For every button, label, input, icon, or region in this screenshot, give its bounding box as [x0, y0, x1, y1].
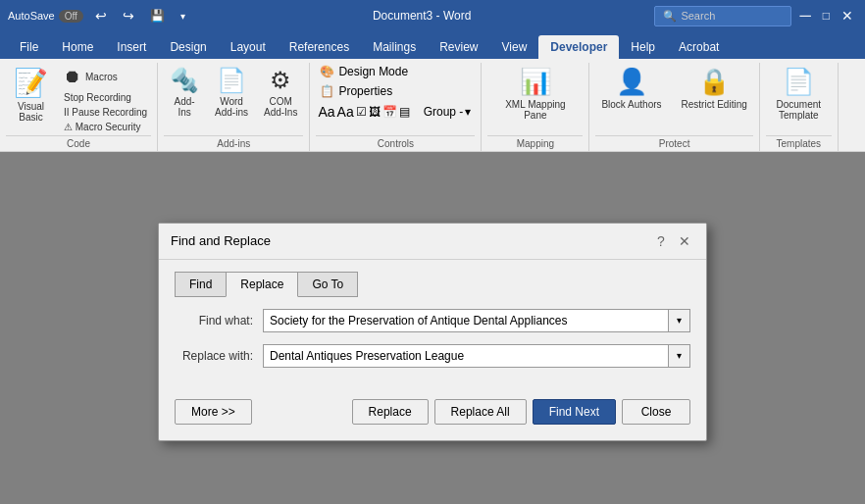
ribbon-group-code: 📝 VisualBasic ⏺ Macros Stop Recording II…: [0, 63, 158, 151]
find-next-button[interactable]: Find Next: [533, 399, 616, 425]
xml-mapping-label: XML MappingPane: [505, 99, 565, 121]
dialog-overlay: Find and Replace ? ✕ Find Replace Go To …: [0, 152, 865, 504]
ribbon-tab-bar: File Home Insert Design Layout Reference…: [0, 31, 865, 59]
replace-all-button[interactable]: Replace All: [434, 399, 527, 425]
word-add-ins-button[interactable]: 📄 WordAdd-ins: [209, 63, 254, 122]
controls-palette[interactable]: Aa Aa ☑ 🖼 📅 ▤: [316, 102, 411, 122]
more-button-wrap: More >>: [175, 399, 252, 425]
stop-recording-button[interactable]: Stop Recording: [60, 91, 151, 104]
document-template-button[interactable]: 📄 DocumentTemplate: [770, 63, 827, 125]
tab-mailings[interactable]: Mailings: [361, 35, 428, 59]
replace-with-row: Replace with: ▾: [175, 344, 690, 368]
action-buttons: Replace Replace All Find Next Close: [352, 399, 690, 425]
document-area: Find and Replace ? ✕ Find Replace Go To …: [0, 152, 865, 504]
title-bar-right: 🔍 ─ □ ✕: [654, 5, 857, 26]
replace-with-input-wrap: ▾: [263, 344, 690, 368]
control-icon-2: Aa: [337, 104, 354, 120]
dialog-title: Find and Replace: [171, 233, 271, 248]
block-authors-button[interactable]: 👤 Block Authors: [595, 63, 667, 114]
maximize-button[interactable]: □: [819, 7, 834, 25]
visual-basic-icon: 📝: [14, 67, 48, 99]
word-add-ins-label: WordAdd-ins: [215, 96, 248, 118]
dialog-close-button[interactable]: ✕: [675, 231, 694, 251]
control-icon-1: Aa: [318, 104, 334, 120]
design-mode-button[interactable]: 🎨 Design Mode: [316, 63, 412, 80]
search-box[interactable]: 🔍: [654, 6, 791, 26]
word-add-ins-icon: 📄: [217, 67, 246, 94]
save-button[interactable]: 💾: [146, 7, 169, 25]
dialog-title-buttons: ? ✕: [651, 231, 694, 251]
macro-security-button[interactable]: ⚠ Macro Security: [60, 121, 151, 133]
restrict-editing-icon: 🔒: [698, 67, 730, 97]
dialog-tab-find[interactable]: Find: [175, 272, 227, 297]
add-ins-button[interactable]: 🔩 Add-Ins: [164, 63, 205, 122]
ribbon-group-mapping: 📊 XML MappingPane Mapping: [482, 63, 589, 151]
xml-mapping-pane-button[interactable]: 📊 XML MappingPane: [499, 63, 571, 125]
find-what-label: Find what:: [175, 314, 263, 328]
xml-mapping-icon: 📊: [520, 67, 551, 97]
protect-group-label: Protect: [595, 135, 752, 149]
tab-insert[interactable]: Insert: [105, 35, 158, 59]
tab-help[interactable]: Help: [619, 35, 667, 59]
com-add-ins-icon: ⚙: [270, 67, 291, 94]
search-input[interactable]: [681, 10, 779, 22]
tab-references[interactable]: References: [278, 35, 361, 59]
dialog-tab-goto[interactable]: Go To: [297, 272, 358, 297]
add-ins-label: Add-Ins: [175, 96, 195, 118]
quick-access-button[interactable]: ▾: [177, 9, 189, 24]
dialog-body: Find Replace Go To Find what: ▾ Replace …: [159, 260, 706, 391]
undo-button[interactable]: ↩: [91, 6, 111, 25]
find-what-dropdown[interactable]: ▾: [669, 309, 690, 332]
autosave-toggle[interactable]: Off: [59, 10, 83, 23]
control-icon-6: ▤: [399, 105, 410, 119]
dialog-footer: More >> Replace Replace All Find Next Cl…: [159, 391, 706, 440]
com-add-ins-button[interactable]: ⚙ COMAdd-Ins: [258, 63, 303, 122]
redo-button[interactable]: ↪: [119, 6, 138, 25]
replace-button[interactable]: Replace: [352, 399, 429, 425]
tab-design[interactable]: Design: [158, 35, 218, 59]
find-what-row: Find what: ▾: [175, 309, 690, 332]
ribbon-group-addins: 🔩 Add-Ins 📄 WordAdd-ins ⚙ COMAdd-Ins Add…: [158, 63, 310, 151]
minimize-button[interactable]: ─: [795, 5, 814, 26]
find-what-input[interactable]: [263, 309, 669, 332]
replace-with-label: Replace with:: [175, 349, 263, 363]
dialog-title-bar: Find and Replace ? ✕: [159, 224, 706, 260]
group-button[interactable]: Group - ▾: [420, 103, 476, 121]
properties-icon: 📋: [320, 84, 334, 98]
document-title: Document3 - Word: [189, 9, 655, 23]
tab-view[interactable]: View: [490, 35, 539, 59]
dialog-tabs: Find Replace Go To: [175, 272, 690, 297]
macros-icon: ⏺: [64, 67, 81, 87]
visual-basic-label: VisualBasic: [18, 101, 44, 123]
title-bar-left: AutoSave Off ↩ ↪ 💾 ▾: [8, 6, 189, 25]
add-ins-icon: 🔩: [170, 67, 199, 94]
dialog-tab-replace[interactable]: Replace: [226, 272, 298, 297]
autosave-control[interactable]: AutoSave Off: [8, 10, 83, 23]
window-close-button[interactable]: ✕: [838, 6, 857, 25]
search-icon: 🔍: [663, 10, 677, 23]
ribbon-group-controls: 🎨 Design Mode 📋 Properties Aa Aa ☑ 🖼 📅 ▤: [310, 63, 482, 151]
block-authors-icon: 👤: [616, 67, 647, 97]
tab-file[interactable]: File: [8, 35, 50, 59]
tab-layout[interactable]: Layout: [219, 35, 278, 59]
replace-with-input[interactable]: [263, 344, 669, 368]
stop-recording-label: Stop Recording: [64, 92, 131, 103]
properties-button[interactable]: 📋 Properties: [316, 82, 396, 100]
macros-button[interactable]: ⏺ Macros: [60, 65, 151, 89]
design-mode-icon: 🎨: [320, 65, 334, 78]
tab-review[interactable]: Review: [428, 35, 489, 59]
restrict-editing-button[interactable]: 🔒 Restrict Editing: [676, 63, 753, 114]
more-button[interactable]: More >>: [175, 399, 252, 425]
restrict-editing-label: Restrict Editing: [682, 99, 747, 110]
close-dialog-button[interactable]: Close: [622, 399, 690, 425]
dialog-help-button[interactable]: ?: [651, 231, 671, 251]
tab-home[interactable]: Home: [50, 35, 105, 59]
find-replace-dialog: Find and Replace ? ✕ Find Replace Go To …: [158, 223, 707, 441]
tab-developer[interactable]: Developer: [538, 35, 619, 59]
group-dropdown-icon: ▾: [465, 105, 471, 119]
pause-recording-button[interactable]: II Pause Recording: [60, 106, 151, 119]
replace-with-dropdown[interactable]: ▾: [669, 344, 690, 368]
tab-acrobat[interactable]: Acrobat: [667, 35, 731, 59]
visual-basic-button[interactable]: 📝 VisualBasic: [6, 63, 56, 126]
design-mode-label: Design Mode: [338, 65, 408, 78]
